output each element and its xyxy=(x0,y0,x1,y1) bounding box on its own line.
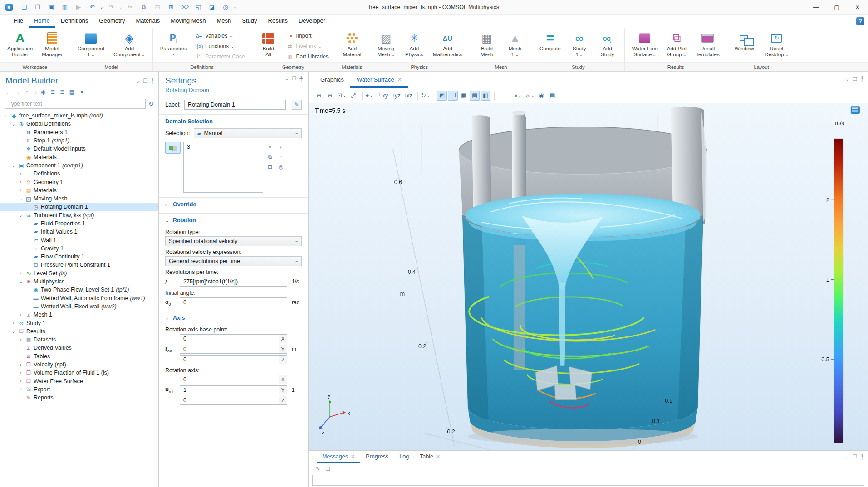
panel-maximize-icon[interactable]: ❐ xyxy=(143,78,148,84)
tree-expander[interactable]: › xyxy=(17,188,25,193)
build-mesh-button[interactable]: BuildMesh xyxy=(474,30,500,62)
view-yz-icon[interactable]: yz xyxy=(391,91,402,101)
tree-item[interactable]: › ≡ Definitions xyxy=(0,170,158,178)
tree-expander[interactable]: ⌄ xyxy=(17,196,25,201)
tree-item[interactable]: ⌄ ▣ Component 1 (comp1) xyxy=(0,161,158,170)
maximize-button[interactable]: ▢ xyxy=(826,0,847,15)
add-plot-group-button[interactable]: Add PlotGroup xyxy=(663,30,690,62)
caret-icon[interactable]: ⌄ xyxy=(99,2,104,13)
tree-expander[interactable]: › xyxy=(17,312,25,317)
redo-icon[interactable]: ↷ xyxy=(106,2,117,13)
selection-dropdown[interactable]: ▰ Manual xyxy=(194,128,302,138)
add-material-button[interactable]: AddMaterial xyxy=(339,30,365,62)
panel-pin-icon[interactable]: ╀ xyxy=(151,78,154,84)
menu-tab[interactable]: Home xyxy=(29,15,55,28)
domain-selection-list[interactable]: 3 xyxy=(183,142,263,193)
tree-item[interactable]: ▰ Fluid Properties 1 xyxy=(0,219,158,228)
menu-tab[interactable]: Mesh xyxy=(211,15,236,28)
component-button[interactable]: Component1 xyxy=(74,30,108,62)
tree-item[interactable]: Σ Derived Values xyxy=(0,344,158,352)
collapse-icon[interactable]: ≣ xyxy=(60,88,69,96)
tree-item[interactable]: π Parameters 1 xyxy=(0,128,158,136)
water-free-surface-button[interactable]: Water FreeSurface xyxy=(628,30,662,62)
close-icon[interactable]: × xyxy=(351,453,355,459)
menu-tab[interactable]: Definitions xyxy=(55,15,94,28)
expand-icon[interactable]: ≣ xyxy=(50,88,59,96)
build-all-button[interactable]: BuildAll xyxy=(255,30,281,62)
panel-maximize-icon[interactable]: ❐ xyxy=(853,454,858,460)
revolutions-input[interactable]: 275[rpm]*step1(t[1/s]) xyxy=(180,277,287,287)
study-1-button[interactable]: Study1 xyxy=(566,30,593,62)
tree-item[interactable]: ▬ Wetted Wall, Fixed wall (ww2) xyxy=(0,302,158,311)
tree-expander[interactable]: › xyxy=(17,171,25,176)
menu-tab[interactable]: Materials xyxy=(130,15,165,28)
tree-item[interactable]: ⊟ Pressure Point Constraint 1 xyxy=(0,261,158,269)
menu-tab[interactable]: Developer xyxy=(293,15,331,28)
information-tab[interactable]: Log× xyxy=(394,451,414,463)
add-study-button[interactable]: AddStudy xyxy=(594,30,621,62)
run-icon[interactable]: ▶ xyxy=(73,2,84,13)
tree-item[interactable]: ≈ Gravity 1 xyxy=(0,244,158,253)
new-icon[interactable]: ❏ xyxy=(19,2,29,13)
tree-expander[interactable]: › xyxy=(17,379,25,384)
up-icon[interactable]: ↑ xyxy=(23,88,31,96)
minimize-button[interactable]: — xyxy=(805,0,826,15)
tree-item[interactable]: › ▦ Datasets xyxy=(0,336,158,344)
panel-maximize-icon[interactable]: ❐ xyxy=(292,76,297,82)
open-icon[interactable]: ❐ xyxy=(32,2,43,13)
tree-item[interactable]: › ❒ Water Free Surface xyxy=(0,377,158,385)
settings-g-icon[interactable]: ☼ xyxy=(524,91,536,101)
tree-expander[interactable]: ⌄ xyxy=(10,329,17,334)
more-icon[interactable]: ⌄ xyxy=(232,2,238,13)
reset-desktop-button[interactable]: ResetDesktop xyxy=(761,30,792,62)
add-mathematics-button[interactable]: ΔU AddMathematics xyxy=(429,30,466,62)
delete-icon[interactable]: ⌦ xyxy=(179,2,190,13)
filter-icon[interactable]: ▼ xyxy=(79,88,89,96)
tree-expander[interactable]: › xyxy=(17,387,25,392)
print-icon[interactable]: ▤ xyxy=(547,91,557,101)
active-toggle-button[interactable] xyxy=(165,142,181,154)
tree-item[interactable]: ◉ Materials xyxy=(0,153,158,161)
close-icon[interactable]: × xyxy=(397,76,402,83)
cut-icon[interactable]: ✂ xyxy=(125,2,136,13)
graphics-tab[interactable]: Water Surface× xyxy=(350,73,408,88)
compute-button[interactable]: Compute xyxy=(536,30,564,62)
panel-pin-icon[interactable]: ╀ xyxy=(860,76,863,82)
tree-item[interactable]: ▬ Wetted Wall, Automatic from frame (ww1… xyxy=(0,294,158,302)
information-tab[interactable]: Progress× xyxy=(360,451,394,463)
import-button[interactable]: ⇥Import xyxy=(286,31,328,40)
tree-item[interactable]: › ▤ Materials xyxy=(0,186,158,195)
copysel-icon[interactable]: ⧉ xyxy=(266,153,274,161)
show-icon[interactable]: ◉ xyxy=(41,88,49,96)
panel-pin-icon[interactable]: ╀ xyxy=(860,454,863,460)
paste-icon[interactable]: ⊟ xyxy=(152,2,163,13)
zoom-extents-icon[interactable]: ⤢ xyxy=(348,91,358,101)
menu-tab[interactable]: Geometry xyxy=(93,15,130,28)
base-z-input[interactable]: 0 xyxy=(180,355,279,364)
tree-item[interactable]: ⊞ Tables xyxy=(0,352,158,360)
panel-menu-icon[interactable]: ⌄ xyxy=(845,76,849,82)
rename-icon[interactable]: ✎ xyxy=(292,100,302,110)
zoom-out-icon[interactable]: ⊖ xyxy=(325,91,335,101)
base-y-input[interactable]: 0 xyxy=(180,345,279,354)
tree-expander[interactable]: › xyxy=(17,337,25,342)
tree-item[interactable]: Γ Step 1 (step1) xyxy=(0,136,158,145)
variables-button[interactable]: a=Variables xyxy=(195,31,245,40)
go-to-view-icon[interactable]: ⌖ xyxy=(364,91,374,101)
axis-z-input[interactable]: 0 xyxy=(180,396,279,405)
tree-item[interactable]: › ▲ Mesh 1 xyxy=(0,311,158,319)
lock-icon[interactable] xyxy=(496,91,506,101)
snapshot-icon[interactable]: ◉ xyxy=(536,91,546,101)
windows-button[interactable]: Windows xyxy=(731,30,760,62)
initial-angle-input[interactable]: 0 xyxy=(180,297,287,307)
result-templates-button[interactable]: ResultTemplates xyxy=(692,30,723,62)
velocity-expression-dropdown[interactable]: General revolutions per time xyxy=(165,256,302,266)
tree-item[interactable]: › ∿ Level Set (ls) xyxy=(0,269,158,278)
add-physics-button[interactable]: AddPhysics xyxy=(401,30,427,62)
section-axis[interactable]: ⌄Axis xyxy=(165,311,302,324)
tree-item[interactable]: › ❒ Velocity (spf) xyxy=(0,360,158,369)
tree-item[interactable]: ⌄ ✱ Multiphysics xyxy=(0,278,158,286)
window-toggle-icon[interactable]: ❐ xyxy=(448,91,458,101)
transparency-icon[interactable]: ◩ xyxy=(437,91,447,101)
panel-menu-icon[interactable]: ⌄ xyxy=(136,78,140,84)
